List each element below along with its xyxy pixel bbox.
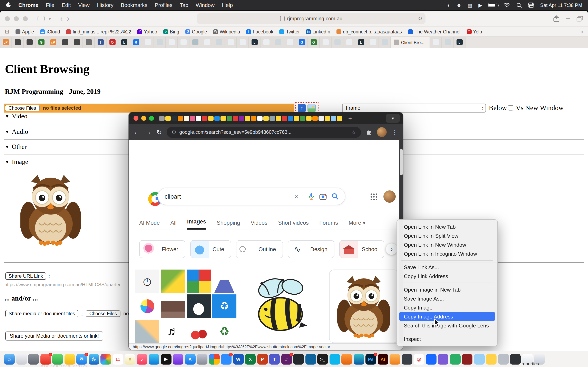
popup-tab[interactable] <box>294 116 299 121</box>
browser-tab[interactable] <box>272 37 284 48</box>
favorites-bar-item[interactable]: WWikipedia <box>213 29 240 34</box>
menu-window[interactable]: Window <box>196 2 215 8</box>
context-menu-item-save-link-as[interactable]: Save Link As... <box>399 263 495 272</box>
chip-cute[interactable]: Cute <box>190 240 231 258</box>
profile-avatar[interactable] <box>377 127 387 137</box>
result-bee-image[interactable] <box>244 269 319 343</box>
dock-app-icon[interactable]: ♪ <box>137 354 147 364</box>
favorites-overflow-icon[interactable]: » <box>580 29 583 35</box>
popup-tab[interactable] <box>165 116 171 121</box>
browser-tab[interactable] <box>430 37 442 48</box>
favorites-bar-item[interactable]: inLinkedIn <box>306 29 330 34</box>
tab-forums[interactable]: Forums <box>319 220 338 230</box>
context-menu-item-open-link-incognito[interactable]: Open Link in Incognito Window <box>399 249 495 258</box>
vs-new-window-checkbox[interactable] <box>508 105 513 110</box>
chip-flower[interactable]: Flower <box>139 240 185 258</box>
browser-tab[interactable] <box>83 37 95 48</box>
popup-forward-icon[interactable]: → <box>145 128 151 136</box>
dock-app-icon[interactable] <box>28 354 39 364</box>
context-menu-item-copy-link-address[interactable]: Copy Link Address <box>399 272 495 281</box>
favorites-bar-item[interactable]: YYahoo <box>138 29 157 34</box>
context-menu-item-open-link-new-window[interactable]: Open Link in New Window <box>399 240 495 249</box>
menu-tab[interactable]: Tab <box>180 2 189 8</box>
browser-tab[interactable]: L <box>249 37 260 48</box>
context-menu-item-save-image-as[interactable]: Save Image As... <box>399 294 495 303</box>
popup-tab[interactable] <box>263 116 269 121</box>
dock-app-icon[interactable] <box>221 354 232 364</box>
browser-tab[interactable]: L <box>118 37 130 48</box>
popup-tab[interactable] <box>312 116 318 121</box>
popup-tab[interactable] <box>325 116 330 121</box>
popup-back-icon[interactable]: ← <box>134 128 140 136</box>
share-icon[interactable] <box>553 15 559 22</box>
browser-tab[interactable]: L <box>355 37 367 48</box>
section-audio[interactable]: ▼ Audio <box>5 128 28 135</box>
search-query-text[interactable]: clipart <box>164 193 290 200</box>
dock-app-icon[interactable] <box>149 354 159 364</box>
dock-app-icon[interactable] <box>354 354 364 364</box>
context-menu-item-copy-image[interactable]: Copy Image <box>399 303 495 312</box>
popup-tab[interactable] <box>172 116 177 121</box>
result-owl-image[interactable] <box>329 269 398 343</box>
browser-tab[interactable] <box>178 37 190 48</box>
dock-app-icon[interactable] <box>450 354 460 364</box>
scrollbar-thumb[interactable] <box>400 149 402 175</box>
image-icon[interactable] <box>307 104 316 112</box>
popup-tab[interactable] <box>257 116 263 121</box>
spotlight-search-icon[interactable] <box>516 2 522 8</box>
menu-history[interactable]: History <box>97 2 113 8</box>
menu-help[interactable]: Help <box>222 2 233 8</box>
dock-app-icon[interactable]: Ai <box>378 354 388 364</box>
tab-short-videos[interactable]: Short videos <box>278 220 309 230</box>
window-minimize-button[interactable] <box>14 16 19 21</box>
browser-tab[interactable] <box>284 37 296 48</box>
clear-search-icon[interactable]: × <box>294 193 298 200</box>
tab-overview-icon[interactable] <box>577 16 583 21</box>
dock-app-icon[interactable] <box>438 354 448 364</box>
browser-tab[interactable] <box>343 37 355 48</box>
context-menu-item-search-with-lens[interactable]: Search this image with Google Lens <box>399 321 495 330</box>
google-account-avatar[interactable] <box>383 191 396 203</box>
section-image[interactable]: ▼ Image <box>5 158 28 166</box>
google-apps-grid-icon[interactable] <box>370 193 377 200</box>
dock-app-icon[interactable] <box>426 354 436 364</box>
chip-design[interactable]: ∿ Design <box>288 240 334 258</box>
popup-close-button[interactable] <box>134 116 138 121</box>
search-icon[interactable] <box>332 193 338 200</box>
google-search-box[interactable]: clipart × <box>158 188 346 205</box>
browser-tab[interactable] <box>213 37 225 48</box>
dock-app-icon[interactable] <box>52 354 63 364</box>
favorites-grid-icon[interactable]: ⊞ <box>5 29 9 35</box>
new-tab-button[interactable]: + <box>566 15 570 22</box>
dock-app-icon[interactable]: X <box>245 354 256 364</box>
dock-app-icon[interactable]: 11 <box>112 354 123 364</box>
browser-tab[interactable] <box>442 37 454 48</box>
apple-menu[interactable] <box>6 1 11 9</box>
browser-tab[interactable]: G <box>308 37 320 48</box>
dock-app-icon[interactable]: W <box>233 354 243 364</box>
kebab-menu-icon[interactable]: ⋮ <box>392 128 398 136</box>
dock-app-icon[interactable]: ≡ <box>125 354 135 364</box>
popup-tab[interactable] <box>288 116 293 121</box>
browser-tab[interactable]: cP <box>47 37 59 48</box>
browser-tab[interactable] <box>59 37 71 48</box>
browser-tab[interactable] <box>225 37 237 48</box>
section-video[interactable]: ▼ Video <box>5 113 27 120</box>
dock-app-icon[interactable]: @ <box>414 354 424 364</box>
menu-bar-clock[interactable]: Sat Apr 11 7:38 PM <box>540 2 582 8</box>
chip-school[interactable]: Schoo <box>339 240 384 258</box>
site-settings-icon[interactable]: ⚙ <box>172 129 176 135</box>
bookmark-star-icon[interactable]: ☆ <box>351 129 356 135</box>
upload-icon[interactable]: ↑ <box>298 104 306 112</box>
menu-view[interactable]: View <box>78 2 90 8</box>
context-menu-item-open-link-split-view[interactable]: Open Link in Split View <box>399 231 495 240</box>
owl-clipart-image[interactable] <box>20 173 81 246</box>
choose-files-button[interactable]: Choose Files <box>5 105 40 111</box>
dock-app-icon[interactable] <box>40 354 51 364</box>
popup-tab[interactable] <box>331 116 336 121</box>
popup-reload-icon[interactable]: ↻ <box>156 128 162 136</box>
display-mode-select[interactable]: Iframe ▴▾ <box>342 104 486 113</box>
popup-tab[interactable] <box>208 116 214 121</box>
sidebar-chevron-icon[interactable]: ▾ <box>49 16 51 21</box>
dock-app-icon[interactable] <box>486 354 497 364</box>
